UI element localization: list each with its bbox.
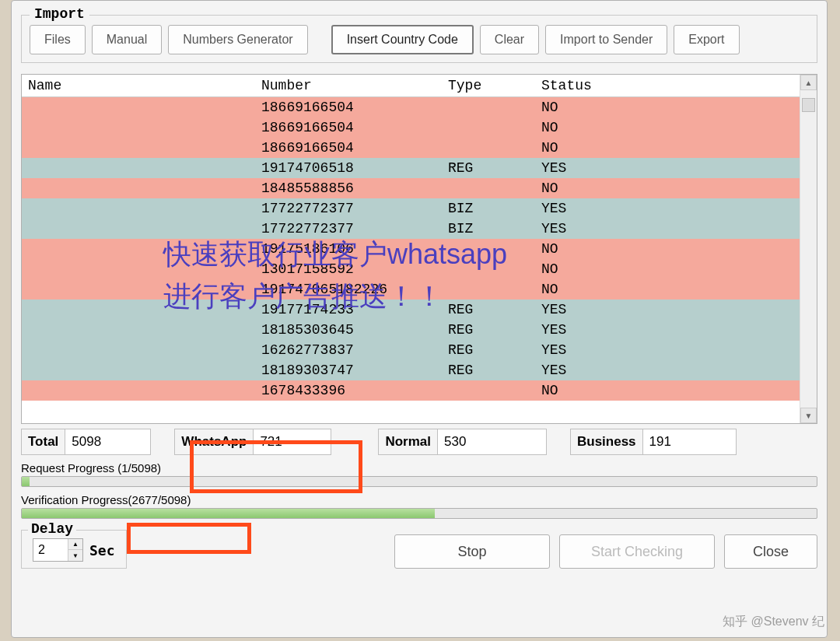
cell-number: 19177174233 [255, 299, 442, 320]
spin-up-icon[interactable]: ▲ [68, 539, 82, 550]
cell-type [442, 97, 535, 117]
cell-name [22, 299, 255, 320]
manual-button[interactable]: Manual [92, 25, 162, 54]
col-type[interactable]: Type [442, 75, 535, 97]
cell-number: 16262773837 [255, 340, 442, 360]
table-row[interactable]: 19177174233REGYES [22, 299, 800, 320]
fieldset-legend: Import [30, 6, 89, 22]
request-progress-label: Request Progress (1/5098) [21, 461, 817, 475]
spin-down-icon[interactable]: ▼ [68, 550, 82, 561]
import-toolbar: Files Manual Numbers Generator Insert Co… [30, 25, 809, 54]
vertical-scrollbar[interactable]: ▲ ▼ [800, 75, 817, 423]
scroll-up-icon[interactable]: ▲ [800, 75, 817, 90]
verification-progress-fill [22, 509, 435, 518]
cell-status: YES [535, 198, 800, 219]
cell-number: 19175186106 [255, 239, 442, 259]
delay-unit: Sec [89, 542, 115, 559]
cell-name [22, 279, 255, 299]
cell-number: 18669166504 [255, 117, 442, 138]
cell-number: 18669166504 [255, 138, 442, 158]
cell-name [22, 158, 255, 178]
table-row[interactable]: 18669166504NO [22, 117, 800, 138]
cell-name [22, 259, 255, 279]
col-status[interactable]: Status [535, 75, 800, 97]
total-value: 5098 [65, 429, 150, 454]
cell-type: REG [442, 340, 535, 360]
verification-progress-bar [21, 508, 817, 519]
cell-number: 191747065182226 [255, 279, 442, 299]
table-row[interactable]: 18669166504NO [22, 97, 800, 117]
cell-type: BIZ [442, 198, 535, 219]
cell-name [22, 178, 255, 198]
table-row[interactable]: 18485588856NO [22, 178, 800, 198]
import-window: Import Files Manual Numbers Generator In… [11, 0, 828, 638]
col-name[interactable]: Name [22, 75, 255, 97]
cell-type: REG [442, 360, 535, 380]
table-row[interactable]: 18189303747REGYES [22, 360, 800, 380]
cell-status: NO [535, 138, 800, 158]
close-button[interactable]: Close [724, 534, 817, 569]
cell-number: 18485588856 [255, 178, 442, 198]
col-number[interactable]: Number [255, 75, 442, 97]
cell-status: YES [535, 299, 800, 320]
cell-number: 18669166504 [255, 97, 442, 117]
cell-status: NO [535, 259, 800, 279]
start-checking-button[interactable]: Start Checking [559, 534, 715, 569]
cell-status: YES [535, 219, 800, 239]
cell-type [442, 259, 535, 279]
cell-name [22, 360, 255, 380]
delay-input[interactable] [33, 539, 68, 561]
table-row[interactable]: 17722772377BIZYES [22, 198, 800, 219]
export-button[interactable]: Export [674, 25, 739, 54]
cell-status: YES [535, 158, 800, 178]
bottom-controls: Delay ▲ ▼ Sec Stop Start Checking Close [21, 530, 817, 569]
cell-name [22, 97, 255, 117]
table-row[interactable]: 19175186106NO [22, 239, 800, 259]
cell-status: YES [535, 340, 800, 360]
table-row[interactable]: 16262773837REGYES [22, 340, 800, 360]
files-button[interactable]: Files [30, 25, 86, 54]
table-row[interactable]: 19174706518REGYES [22, 158, 800, 178]
insert-country-code-button[interactable]: Insert Country Code [331, 25, 474, 54]
business-label: Business [571, 429, 642, 454]
cell-status: NO [535, 380, 800, 401]
table-row[interactable]: 18669166504NO [22, 138, 800, 158]
scroll-thumb[interactable] [802, 98, 815, 112]
cell-type: REG [442, 320, 535, 340]
scroll-down-icon[interactable]: ▼ [800, 408, 817, 423]
cell-name [22, 320, 255, 340]
cell-name [22, 138, 255, 158]
delay-spinner[interactable]: ▲ ▼ [33, 538, 83, 562]
numbers-table: Name Number Type Status 18669166504NO186… [22, 75, 800, 401]
table-row[interactable]: 18185303645REGYES [22, 320, 800, 340]
cell-name [22, 340, 255, 360]
cell-number: 17722772377 [255, 198, 442, 219]
cell-type [442, 178, 535, 198]
clear-button[interactable]: Clear [480, 25, 539, 54]
delay-legend: Delay [28, 521, 76, 537]
verification-progress-block: Verification Progress(2677/5098) [21, 493, 817, 519]
whatsapp-label: WhatsApp [175, 429, 253, 454]
cell-status: NO [535, 178, 800, 198]
cell-status: NO [535, 117, 800, 138]
table-row[interactable]: 191747065182226NO [22, 279, 800, 299]
request-progress-bar [21, 476, 817, 487]
cell-number: 19174706518 [255, 158, 442, 178]
cell-type [442, 279, 535, 299]
normal-label: Normal [379, 429, 437, 454]
verification-progress-label: Verification Progress(2677/5098) [21, 493, 817, 506]
numbers-generator-button[interactable]: Numbers Generator [168, 25, 307, 54]
table-row[interactable]: 17722772377BIZYES [22, 219, 800, 239]
cell-number: 17722772377 [255, 219, 442, 239]
table-row[interactable]: 13017158592NO [22, 259, 800, 279]
cell-type [442, 138, 535, 158]
cell-status: YES [535, 360, 800, 380]
table-row[interactable]: 1678433396NO [22, 380, 800, 401]
cell-name [22, 219, 255, 239]
cell-status: NO [535, 97, 800, 117]
import-to-sender-button[interactable]: Import to Sender [545, 25, 667, 54]
request-progress-block: Request Progress (1/5098) [21, 461, 817, 487]
business-value: 191 [642, 429, 736, 454]
stop-button[interactable]: Stop [394, 534, 550, 569]
cell-number: 1678433396 [255, 380, 442, 401]
